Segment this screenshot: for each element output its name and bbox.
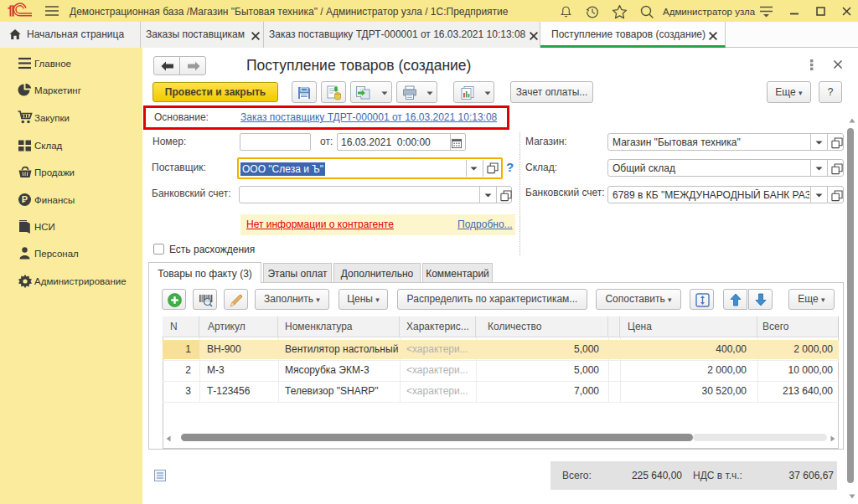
svg-text:P: P bbox=[22, 194, 28, 204]
